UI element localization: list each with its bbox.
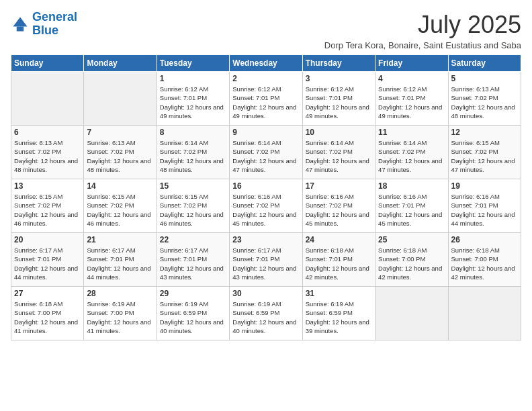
- day-info: Sunrise: 6:18 AMSunset: 7:00 PMDaylight:…: [378, 246, 445, 281]
- calendar-cell: 2Sunrise: 6:12 AMSunset: 7:01 PMDaylight…: [230, 72, 302, 126]
- day-info: Sunrise: 6:18 AMSunset: 7:00 PMDaylight:…: [14, 300, 81, 335]
- calendar-cell: 4Sunrise: 6:12 AMSunset: 7:01 PMDaylight…: [375, 72, 448, 126]
- calendar-cell: 8Sunrise: 6:14 AMSunset: 7:02 PMDaylight…: [157, 126, 229, 179]
- day-info: Sunrise: 6:17 AMSunset: 7:01 PMDaylight:…: [87, 246, 153, 281]
- day-info: Sunrise: 6:16 AMSunset: 7:01 PMDaylight:…: [378, 192, 445, 228]
- calendar-cell: 30Sunrise: 6:19 AMSunset: 6:59 PMDayligh…: [230, 287, 302, 340]
- calendar-cell: 19Sunrise: 6:16 AMSunset: 7:01 PMDayligh…: [448, 179, 521, 233]
- day-number: 2: [232, 74, 299, 83]
- calendar-cell: 12Sunrise: 6:15 AMSunset: 7:02 PMDayligh…: [448, 126, 521, 179]
- day-number: 3: [306, 74, 372, 83]
- calendar-cell: [375, 287, 448, 340]
- day-number: 26: [451, 235, 518, 244]
- logo: General Blue: [11, 11, 77, 38]
- calendar-week-3: 13Sunrise: 6:15 AMSunset: 7:02 PMDayligh…: [11, 179, 521, 233]
- day-info: Sunrise: 6:18 AMSunset: 7:01 PMDaylight:…: [306, 246, 372, 281]
- calendar-cell: 13Sunrise: 6:15 AMSunset: 7:02 PMDayligh…: [11, 179, 84, 233]
- svg-rect-2: [17, 26, 24, 31]
- day-number: 24: [306, 235, 372, 244]
- day-info: Sunrise: 6:16 AMSunset: 7:01 PMDaylight:…: [451, 192, 518, 228]
- calendar-cell: 20Sunrise: 6:17 AMSunset: 7:01 PMDayligh…: [11, 233, 84, 287]
- day-number: 9: [232, 128, 299, 137]
- calendar-cell: [84, 72, 157, 126]
- calendar-cell: 22Sunrise: 6:17 AMSunset: 7:01 PMDayligh…: [157, 233, 229, 287]
- day-info: Sunrise: 6:19 AMSunset: 6:59 PMDaylight:…: [306, 300, 372, 335]
- calendar-table: SundayMondayTuesdayWednesdayThursdayFrid…: [11, 54, 521, 340]
- day-number: 29: [160, 289, 226, 298]
- calendar-cell: 21Sunrise: 6:17 AMSunset: 7:01 PMDayligh…: [84, 233, 157, 287]
- column-header-saturday: Saturday: [448, 55, 521, 72]
- logo-text: General Blue: [32, 11, 77, 38]
- month-title: July 2025: [324, 11, 521, 39]
- day-info: Sunrise: 6:12 AMSunset: 7:01 PMDaylight:…: [306, 85, 372, 120]
- column-header-wednesday: Wednesday: [230, 55, 302, 72]
- day-number: 21: [87, 235, 153, 244]
- day-info: Sunrise: 6:18 AMSunset: 7:00 PMDaylight:…: [451, 246, 518, 281]
- calendar-cell: [448, 287, 521, 340]
- logo-icon: [11, 15, 30, 34]
- day-info: Sunrise: 6:14 AMSunset: 7:02 PMDaylight:…: [378, 138, 445, 174]
- calendar-cell: 29Sunrise: 6:19 AMSunset: 6:59 PMDayligh…: [157, 287, 229, 340]
- calendar-header-row: SundayMondayTuesdayWednesdayThursdayFrid…: [11, 55, 521, 72]
- calendar-cell: 31Sunrise: 6:19 AMSunset: 6:59 PMDayligh…: [302, 287, 375, 340]
- calendar-cell: 7Sunrise: 6:13 AMSunset: 7:02 PMDaylight…: [84, 126, 157, 179]
- calendar-week-1: 1Sunrise: 6:12 AMSunset: 7:01 PMDaylight…: [11, 72, 521, 126]
- day-info: Sunrise: 6:15 AMSunset: 7:02 PMDaylight:…: [87, 192, 153, 228]
- day-number: 7: [87, 128, 153, 137]
- day-number: 19: [451, 181, 518, 191]
- calendar-cell: 3Sunrise: 6:12 AMSunset: 7:01 PMDaylight…: [302, 72, 375, 126]
- day-number: 20: [14, 235, 81, 244]
- day-info: Sunrise: 6:13 AMSunset: 7:02 PMDaylight:…: [87, 138, 153, 174]
- day-info: Sunrise: 6:13 AMSunset: 7:02 PMDaylight:…: [14, 138, 81, 174]
- day-number: 13: [14, 181, 81, 191]
- calendar-cell: 25Sunrise: 6:18 AMSunset: 7:00 PMDayligh…: [375, 233, 448, 287]
- day-number: 28: [87, 289, 153, 298]
- day-info: Sunrise: 6:17 AMSunset: 7:01 PMDaylight:…: [14, 246, 81, 281]
- day-number: 18: [378, 181, 445, 191]
- calendar-week-4: 20Sunrise: 6:17 AMSunset: 7:01 PMDayligh…: [11, 233, 521, 287]
- day-info: Sunrise: 6:12 AMSunset: 7:01 PMDaylight:…: [160, 85, 226, 120]
- day-number: 10: [306, 128, 372, 137]
- column-header-friday: Friday: [375, 55, 448, 72]
- day-number: 11: [378, 128, 445, 137]
- calendar-cell: 14Sunrise: 6:15 AMSunset: 7:02 PMDayligh…: [84, 179, 157, 233]
- day-info: Sunrise: 6:19 AMSunset: 6:59 PMDaylight:…: [160, 300, 226, 335]
- calendar-cell: 24Sunrise: 6:18 AMSunset: 7:01 PMDayligh…: [302, 233, 375, 287]
- day-info: Sunrise: 6:16 AMSunset: 7:02 PMDaylight:…: [232, 192, 299, 228]
- column-header-thursday: Thursday: [302, 55, 375, 72]
- subtitle: Dorp Tera Kora, Bonaire, Saint Eustatius…: [324, 40, 521, 50]
- day-number: 8: [160, 128, 226, 137]
- calendar-cell: 1Sunrise: 6:12 AMSunset: 7:01 PMDaylight…: [157, 72, 229, 126]
- calendar-cell: 17Sunrise: 6:16 AMSunset: 7:02 PMDayligh…: [302, 179, 375, 233]
- day-number: 1: [160, 74, 226, 83]
- calendar-cell: 10Sunrise: 6:14 AMSunset: 7:02 PMDayligh…: [302, 126, 375, 179]
- day-number: 4: [378, 74, 445, 83]
- calendar-cell: 27Sunrise: 6:18 AMSunset: 7:00 PMDayligh…: [11, 287, 84, 340]
- calendar-cell: 5Sunrise: 6:13 AMSunset: 7:02 PMDaylight…: [448, 72, 521, 126]
- calendar-cell: 28Sunrise: 6:19 AMSunset: 7:00 PMDayligh…: [84, 287, 157, 340]
- day-info: Sunrise: 6:13 AMSunset: 7:02 PMDaylight:…: [451, 85, 518, 120]
- calendar-cell: [11, 72, 84, 126]
- calendar-cell: 11Sunrise: 6:14 AMSunset: 7:02 PMDayligh…: [375, 126, 448, 179]
- day-info: Sunrise: 6:16 AMSunset: 7:02 PMDaylight:…: [306, 192, 372, 228]
- day-number: 23: [232, 235, 299, 244]
- column-header-sunday: Sunday: [11, 55, 84, 72]
- day-info: Sunrise: 6:14 AMSunset: 7:02 PMDaylight:…: [232, 138, 299, 174]
- day-info: Sunrise: 6:12 AMSunset: 7:01 PMDaylight:…: [232, 85, 299, 120]
- day-info: Sunrise: 6:19 AMSunset: 6:59 PMDaylight:…: [232, 300, 299, 335]
- day-info: Sunrise: 6:14 AMSunset: 7:02 PMDaylight:…: [160, 138, 226, 174]
- calendar-week-5: 27Sunrise: 6:18 AMSunset: 7:00 PMDayligh…: [11, 287, 521, 340]
- day-info: Sunrise: 6:17 AMSunset: 7:01 PMDaylight:…: [160, 246, 226, 281]
- calendar-cell: 16Sunrise: 6:16 AMSunset: 7:02 PMDayligh…: [230, 179, 302, 233]
- title-block: July 2025 Dorp Tera Kora, Bonaire, Saint…: [324, 11, 521, 50]
- calendar-cell: 9Sunrise: 6:14 AMSunset: 7:02 PMDaylight…: [230, 126, 302, 179]
- day-info: Sunrise: 6:17 AMSunset: 7:01 PMDaylight:…: [232, 246, 299, 281]
- day-info: Sunrise: 6:19 AMSunset: 7:00 PMDaylight:…: [87, 300, 153, 335]
- calendar-cell: 15Sunrise: 6:15 AMSunset: 7:02 PMDayligh…: [157, 179, 229, 233]
- day-number: 14: [87, 181, 153, 191]
- day-info: Sunrise: 6:15 AMSunset: 7:02 PMDaylight:…: [14, 192, 81, 228]
- day-number: 30: [232, 289, 299, 298]
- day-info: Sunrise: 6:15 AMSunset: 7:02 PMDaylight:…: [160, 192, 226, 228]
- calendar-week-2: 6Sunrise: 6:13 AMSunset: 7:02 PMDaylight…: [11, 126, 521, 179]
- column-header-monday: Monday: [84, 55, 157, 72]
